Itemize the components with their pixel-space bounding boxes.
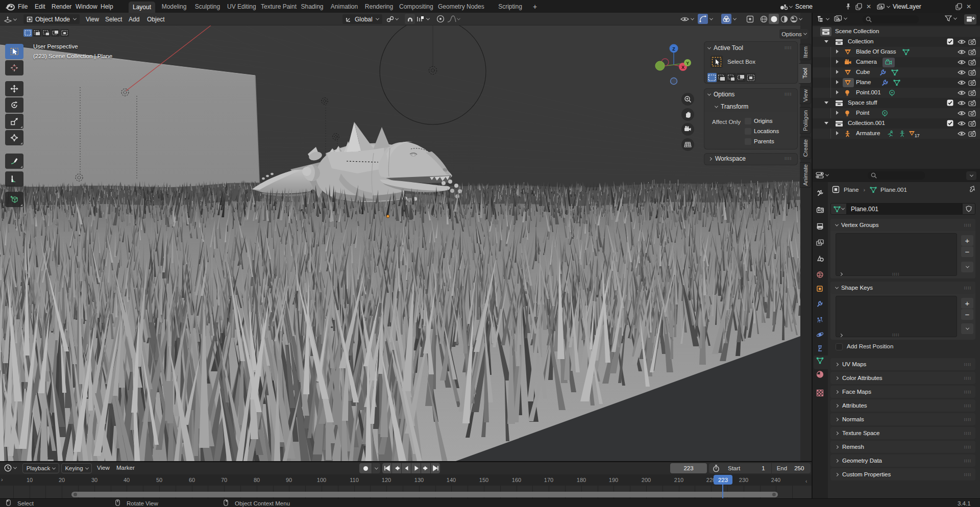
svg-text:17: 17 <box>915 133 920 138</box>
svg-text:Y: Y <box>686 61 689 66</box>
svg-text:Z: Z <box>672 46 675 52</box>
svg-text:X: X <box>681 65 684 70</box>
